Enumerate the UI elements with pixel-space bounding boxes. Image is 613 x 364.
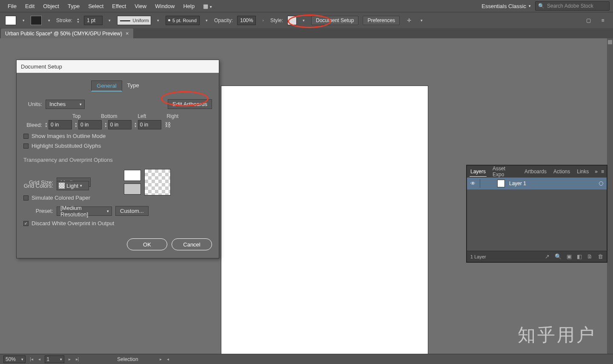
bleed-right-stepper[interactable]: ▲▼ bbox=[134, 122, 137, 128]
brush-definition[interactable]: 5 pt. Round bbox=[166, 16, 200, 25]
menu-file[interactable]: File bbox=[3, 1, 21, 11]
stock-search-input[interactable]: 🔍 Search Adobe Stock bbox=[535, 1, 610, 11]
new-sublayer-icon[interactable]: ◧ bbox=[577, 253, 582, 260]
style-dropdown-icon[interactable]: ▾ bbox=[301, 18, 307, 23]
panel-tab-actions[interactable]: Actions bbox=[553, 167, 571, 176]
preferences-button[interactable]: Preferences bbox=[363, 16, 400, 25]
document-setup-button[interactable]: Document Setup bbox=[311, 16, 358, 25]
align-icon[interactable]: ✛ bbox=[404, 16, 414, 25]
stroke-weight-dropdown-icon[interactable]: ▾ bbox=[107, 18, 113, 23]
zoom-level[interactable]: 50%▾ bbox=[3, 355, 26, 363]
layer-row[interactable]: 👁 Layer 1 bbox=[467, 178, 607, 189]
clip-mask-icon[interactable]: ▣ bbox=[567, 253, 572, 260]
locate-object-icon[interactable]: ↗ bbox=[545, 253, 550, 260]
fill-dropdown-icon[interactable]: ▾ bbox=[20, 18, 26, 23]
workspace-switcher[interactable]: Essentials Classic ▾ bbox=[481, 3, 531, 9]
bleed-left-input[interactable] bbox=[108, 120, 132, 129]
document-tab[interactable]: Urban Public Space* @ 50% (CMYK/GPU Prev… bbox=[1, 29, 133, 38]
custom-preset-button[interactable]: Custom... bbox=[115, 206, 149, 216]
highlight-glyphs-checkbox[interactable] bbox=[23, 143, 29, 149]
artboard-nav-field[interactable]: 1▾ bbox=[45, 355, 64, 363]
panel-tab-links[interactable]: Links bbox=[576, 167, 590, 176]
menu-type[interactable]: Type bbox=[63, 1, 84, 11]
preset-select[interactable]: [Medium Resolution]▾ bbox=[57, 206, 112, 216]
panel-menu-icon[interactable]: ≡ bbox=[598, 16, 608, 25]
arrange-documents-icon[interactable]: ▦ ▾ bbox=[199, 1, 216, 11]
panel-tabs: Layers Asset Expo Artboards Actions Link… bbox=[467, 166, 607, 178]
menu-window[interactable]: Window bbox=[151, 1, 179, 11]
units-select[interactable]: Inches▾ bbox=[46, 100, 85, 109]
menu-help[interactable]: Help bbox=[179, 1, 199, 11]
menu-view[interactable]: View bbox=[130, 1, 151, 11]
workspace-label: Essentials Classic bbox=[481, 3, 526, 9]
first-artboard-icon[interactable]: |◂ bbox=[29, 357, 34, 361]
simulate-paper-checkbox[interactable] bbox=[23, 195, 29, 201]
last-artboard-icon[interactable]: ▸| bbox=[75, 357, 80, 361]
bleed-right-input[interactable] bbox=[138, 120, 161, 129]
align-dropdown-icon[interactable]: ▾ bbox=[418, 18, 424, 23]
ok-button[interactable]: OK bbox=[127, 238, 167, 250]
style-label: Style: bbox=[270, 17, 283, 23]
layer-name[interactable]: Layer 1 bbox=[509, 181, 526, 186]
grid-preview-swatches bbox=[124, 170, 141, 195]
visibility-icon[interactable]: 👁 bbox=[470, 181, 476, 186]
collapse-panel-icon[interactable]: » bbox=[595, 169, 598, 175]
panel-tab-layers[interactable]: Layers bbox=[470, 167, 487, 177]
menu-select[interactable]: Select bbox=[84, 1, 108, 11]
close-tab-icon[interactable]: × bbox=[126, 30, 129, 37]
grid-color-dark-swatch[interactable] bbox=[124, 183, 141, 195]
bleed-left-stepper[interactable]: ▲▼ bbox=[104, 122, 107, 128]
grid-colors-select[interactable]: Light▾ bbox=[57, 181, 89, 190]
menu-object[interactable]: Object bbox=[39, 1, 63, 11]
stroke-profile[interactable]: Uniform bbox=[117, 16, 151, 25]
brush-dropdown-icon[interactable]: ▾ bbox=[204, 18, 210, 23]
prev-artboard-icon[interactable]: ◂ bbox=[37, 357, 41, 361]
panel-menu-icon[interactable]: ≡ bbox=[601, 169, 604, 175]
menu-effect[interactable]: Effect bbox=[108, 1, 130, 11]
tab-general[interactable]: General bbox=[91, 80, 122, 92]
bleed-top-input[interactable] bbox=[49, 120, 72, 129]
stroke-stepper[interactable]: ▲▼ bbox=[77, 17, 80, 23]
bleed-bottom-stepper[interactable]: ▲▼ bbox=[74, 122, 77, 128]
control-bar: ▾ ▾ Stroke: ▲▼ 1 pt ▾ Uniform ▾ 5 pt. Ro… bbox=[0, 12, 613, 28]
next-artboard-icon[interactable]: ▸ bbox=[68, 357, 72, 361]
find-icon[interactable]: 🔍 bbox=[555, 253, 561, 260]
target-icon[interactable] bbox=[599, 181, 603, 186]
graphic-style-swatch[interactable] bbox=[287, 16, 297, 25]
menu-edit[interactable]: Edit bbox=[21, 1, 39, 11]
status-more-icon[interactable]: ▸ bbox=[159, 357, 163, 361]
bleed-label: Bleed: bbox=[23, 122, 42, 128]
new-layer-icon[interactable]: 🗎 bbox=[587, 253, 593, 260]
menu-bar: File Edit Object Type Select Effect View… bbox=[0, 0, 613, 12]
cancel-button[interactable]: Cancel bbox=[172, 238, 212, 250]
panel-tab-artboards[interactable]: Artboards bbox=[524, 167, 547, 176]
highlight-glyphs-label: Highlight Substituted Glyphs bbox=[32, 143, 101, 149]
hscroll-left-icon[interactable]: ◂ bbox=[166, 357, 170, 361]
stroke-weight-field[interactable]: 1 pt bbox=[84, 16, 103, 25]
stroke-profile-dropdown-icon[interactable]: ▾ bbox=[155, 18, 161, 23]
link-bleed-icon[interactable]: ⛓ bbox=[164, 120, 172, 129]
stroke-dropdown-icon[interactable]: ▾ bbox=[46, 18, 52, 23]
artboard[interactable] bbox=[221, 86, 428, 358]
layer-thumbnail bbox=[497, 180, 505, 187]
discard-overprint-checkbox[interactable]: ✓ bbox=[23, 221, 29, 226]
grid-color-light-swatch[interactable] bbox=[124, 170, 141, 181]
opacity-field[interactable]: 100% bbox=[237, 16, 256, 25]
stroke-swatch[interactable] bbox=[31, 16, 42, 25]
outline-mode-checkbox[interactable] bbox=[23, 134, 29, 139]
tab-type[interactable]: Type bbox=[122, 80, 144, 92]
opacity-label: Opacity: bbox=[214, 17, 233, 23]
bleed-top-stepper[interactable]: ▲▼ bbox=[45, 122, 48, 128]
delete-layer-icon[interactable]: 🗑 bbox=[598, 253, 603, 260]
edit-artboards-button[interactable]: Edit Artboards bbox=[168, 99, 212, 109]
panel-tab-asset[interactable]: Asset Expo bbox=[492, 164, 518, 179]
vertical-scrollbar[interactable] bbox=[607, 38, 613, 354]
panel-toggle-icon[interactable]: ▢ bbox=[583, 16, 593, 25]
opacity-more-icon[interactable]: › bbox=[260, 18, 266, 23]
layers-body bbox=[467, 189, 607, 251]
bleed-bottom-input[interactable] bbox=[78, 120, 102, 129]
fill-swatch[interactable] bbox=[5, 16, 16, 25]
search-placeholder: Search Adobe Stock bbox=[547, 3, 593, 9]
transparency-section-title: Transparency and Overprint Options bbox=[23, 157, 212, 163]
discard-overprint-label: Discard White Overprint in Output bbox=[32, 220, 114, 226]
